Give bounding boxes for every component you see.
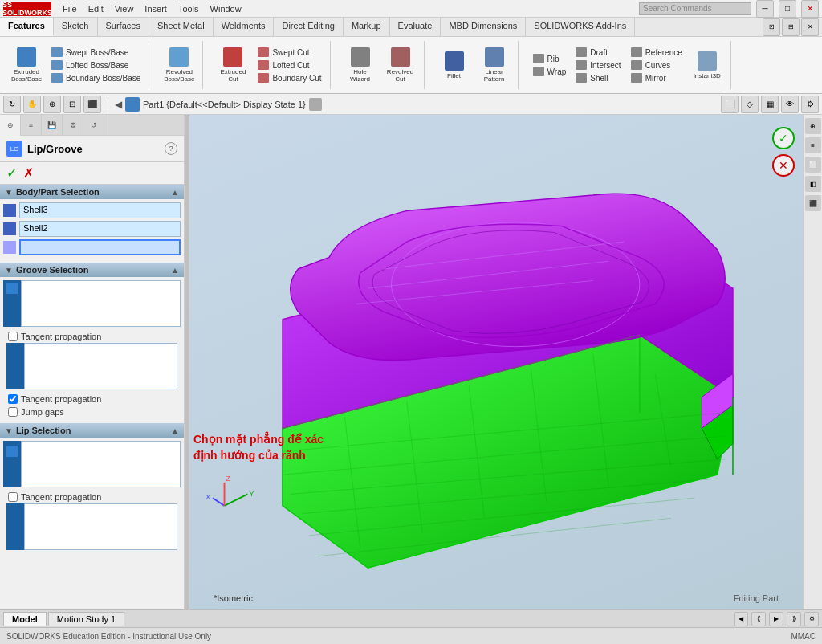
draft-btn[interactable]: Draft [572,47,624,58]
state-dropdown-btn[interactable] [309,98,322,111]
tool-view-btn[interactable]: ⬛ [83,96,101,113]
groove-main-1[interactable] [21,280,181,327]
tab-features[interactable]: Features [0,18,54,36]
lip-main-2[interactable] [24,503,177,550]
groove-tangent-cb-2[interactable] [8,394,18,404]
menu-insert[interactable]: Insert [140,2,172,15]
view-orient-btn[interactable]: ⬜ [721,96,739,113]
lip-tangent-cb[interactable] [8,492,18,502]
ftab-features[interactable]: ⊕ [0,115,21,136]
ftab-undo[interactable]: ↺ [83,115,104,136]
bottom-tool-3[interactable]: ▶ [769,612,783,626]
menu-file[interactable]: File [58,2,82,15]
body-part-arrow: ▼ [5,188,13,197]
swept-cut-btn[interactable]: Swept Cut [254,47,324,58]
settings-btn[interactable]: ⚙ [801,96,819,113]
tab-markup[interactable]: Markup [344,18,390,36]
reference-btn[interactable]: Reference [628,47,686,58]
shell3-field[interactable]: Shell3 [19,202,181,218]
tool-pan-btn[interactable]: ✋ [23,96,41,113]
nav-arrow-left[interactable]: ◀ [115,99,122,110]
ftab-settings[interactable]: ⚙ [63,115,83,136]
hole-wizard-btn[interactable]: HoleWizard [342,47,379,84]
display-mode-btn[interactable]: ◇ [741,96,759,113]
cancel-btn[interactable]: ✗ [23,165,34,181]
tab-sketch[interactable]: Sketch [54,18,98,36]
right-icon-2[interactable]: ≡ [805,137,821,153]
instant3d-btn[interactable]: Instant3D [689,47,726,84]
float-ok-btn[interactable]: ✓ [772,127,795,149]
groove-side-icon-1 [3,280,21,327]
minimize-btn[interactable]: ─ [756,0,774,18]
shell2-field[interactable]: Shell2 [19,221,181,237]
menu-edit[interactable]: Edit [83,2,108,15]
empty-icon [3,241,16,254]
groove-main-2[interactable] [24,343,177,389]
section-view-btn[interactable]: ▦ [761,96,779,113]
ribbon-close-btn[interactable]: ✕ [801,18,819,36]
revolved-cut-btn[interactable]: RevolvedCut [382,47,419,84]
tool-fit-btn[interactable]: ⊡ [63,96,81,113]
isometric-label: *Isometric [214,593,253,603]
jump-gaps-cb[interactable] [8,407,18,417]
curves-btn[interactable]: Curves [628,59,686,71]
menu-view[interactable]: View [110,2,139,15]
wrap-btn[interactable]: Wrap [530,66,570,77]
linear-pattern-btn[interactable]: LinearPattern [476,47,513,84]
right-icon-3[interactable]: ⬜ [805,157,821,173]
menu-tools[interactable]: Tools [173,2,204,15]
tab-mbd[interactable]: MBD Dimensions [441,18,526,36]
lip-main-1[interactable] [21,441,181,487]
tab-weldments[interactable]: Weldments [214,18,275,36]
shell-btn[interactable]: Shell [572,72,624,84]
mirror-btn[interactable]: Mirror [628,72,686,84]
close-btn[interactable]: ✕ [801,0,819,18]
swept-boss-btn[interactable]: Swept Boss/Base [48,47,144,58]
intersect-btn[interactable]: Intersect [572,59,624,71]
search-commands-input[interactable]: Search Commands [639,2,751,15]
right-icon-4[interactable]: ◧ [805,176,821,192]
tab-direct-editing[interactable]: Direct Editing [274,18,343,36]
groove-section-header[interactable]: ▼ Groove Selection ▲ [0,263,184,277]
revolved-boss-btn[interactable]: RevolvedBoss/Base [161,47,197,84]
boundary-boss-btn[interactable]: Boundary Boss/Base [48,72,144,84]
body-part-section-header[interactable]: ▼ Body/Part Selection ▲ [0,185,184,199]
bottom-tool-5[interactable]: ⚙ [804,612,819,626]
bottom-tool-1[interactable]: ◀ [734,612,748,626]
tab-model[interactable]: Model [3,612,47,626]
menu-window[interactable]: Window [206,2,246,15]
tab-sheet-metal[interactable]: Sheet Metal [149,18,214,36]
extruded-cut-btn[interactable]: ExtrudedCut [214,47,251,84]
ribbon-options-btn[interactable]: ⊟ [782,18,800,36]
restore-btn[interactable]: □ [779,0,796,18]
fillet-btn[interactable]: Fillet [436,47,473,84]
right-icon-1[interactable]: ⊕ [805,118,821,134]
bottom-tool-4[interactable]: ⟫ [787,612,801,626]
lip-section-header[interactable]: ▼ Lip Selection ▲ [0,423,184,438]
tab-surfaces[interactable]: Surfaces [98,18,149,36]
active-field[interactable] [19,239,181,255]
boundary-cut-btn[interactable]: Boundary Cut [254,72,324,84]
tool-rotate-btn[interactable]: ↻ [3,96,21,113]
tab-motion-study[interactable]: Motion Study 1 [48,612,124,626]
ok-btn[interactable]: ✓ [6,165,17,181]
bottom-tool-2[interactable]: ⟪ [751,612,766,626]
canvas-area[interactable]: Y X Z Chọn mặt phẳng để xác định hướng c… [189,115,803,609]
tool-zoom-btn[interactable]: ⊕ [43,96,61,113]
ftab-tree[interactable]: ≡ [21,115,42,136]
ftab-save[interactable]: 💾 [42,115,63,136]
lofted-boss-btn[interactable]: Lofted Boss/Base [48,59,144,71]
ribbon-collapse-btn[interactable]: ⊡ [763,18,780,36]
groove-arrow: ▼ [5,266,13,275]
hide-show-btn[interactable]: 👁 [781,96,799,113]
rib-btn[interactable]: Rib [530,53,570,64]
float-cancel-btn[interactable]: ✕ [772,154,795,177]
tab-addins[interactable]: SOLIDWORKS Add-Ins [526,18,635,36]
help-btn[interactable]: ? [165,142,177,155]
right-icon-5[interactable]: ⬛ [805,195,821,211]
lofted-cut-btn[interactable]: Lofted Cut [254,59,324,71]
body-part-title: Body/Part Selection [16,187,171,197]
extruded-boss-btn[interactable]: ExtrudedBoss/Base [8,47,45,84]
tab-evaluate[interactable]: Evaluate [390,18,442,36]
groove-tangent-cb-1[interactable] [8,332,18,341]
